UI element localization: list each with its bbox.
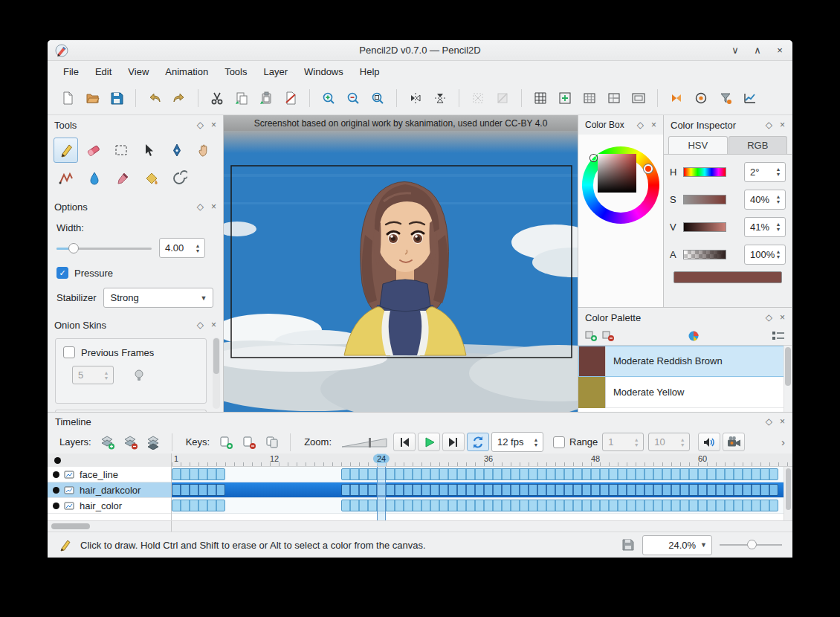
tab-rgb[interactable]: RGB	[728, 136, 788, 154]
skip-to-end-button[interactable]	[442, 433, 465, 451]
spin-arrows[interactable]: ▲▼	[632, 433, 641, 450]
float-panel-icon[interactable]: ◇	[766, 120, 772, 130]
stabilizer-dropdown[interactable]: Strong ▼	[103, 288, 213, 308]
scrollbar-thumb[interactable]	[213, 338, 219, 374]
canvas-zoom-slider[interactable]	[720, 537, 782, 552]
spin-arrows[interactable]: ▲▼	[193, 239, 202, 257]
onion-prev-button[interactable]	[690, 87, 712, 109]
pressure-checkbox[interactable]: ✓	[56, 267, 68, 279]
redo-button[interactable]	[168, 87, 190, 109]
scrollbar-thumb[interactable]	[786, 468, 791, 510]
spin-arrows[interactable]: ▲▼	[678, 433, 687, 450]
playhead[interactable]	[377, 467, 386, 520]
ruler-tick-1[interactable]: 1	[174, 454, 178, 463]
maximize-icon[interactable]: ∧	[752, 45, 763, 56]
previous-frames-spinbox[interactable]: 5 ▲▼	[72, 366, 114, 384]
canvas-zoom-dropdown[interactable]: 24.0% ▼	[642, 535, 712, 555]
h-gradient-slider[interactable]	[683, 167, 726, 177]
range-start-spinbox[interactable]: 1 ▲▼	[602, 433, 644, 451]
duplicate-keyframe-button[interactable]	[262, 433, 282, 451]
menu-windows[interactable]: Windows	[297, 64, 350, 80]
thirds-overlay-button[interactable]	[578, 87, 601, 109]
play-button[interactable]	[418, 433, 440, 451]
spin-arrows[interactable]: ▲▼	[774, 245, 783, 264]
hand-tool-button[interactable]	[193, 138, 217, 163]
close-panel-icon[interactable]: ×	[780, 120, 785, 130]
minimize-icon[interactable]: ∨	[730, 45, 740, 56]
ruler-tick-24[interactable]: 24	[373, 454, 390, 463]
fps-spinbox[interactable]: 12 fps ▲▼	[491, 432, 543, 452]
spin-arrows[interactable]: ▲▼	[774, 163, 783, 181]
flip-horizontal-button[interactable]	[404, 87, 427, 109]
track-face_line[interactable]	[172, 467, 792, 482]
previous-frames-checkbox[interactable]	[63, 346, 75, 358]
tab-hsv[interactable]: HSV	[668, 136, 728, 154]
inspector-a-spinbox[interactable]: 100%▲▼	[744, 245, 786, 265]
toolbar-overflow-icon[interactable]: ›	[781, 436, 786, 448]
keyframe-segment[interactable]	[341, 468, 778, 480]
palette-colors-icon[interactable]	[688, 330, 700, 342]
range-checkbox[interactable]	[553, 436, 565, 448]
frame-ruler[interactable]: 11224364860	[172, 453, 792, 467]
stats-overlay-button[interactable]	[739, 87, 761, 109]
remove-keyframe-button[interactable]	[239, 433, 259, 451]
brush-tool-button[interactable]	[82, 166, 107, 191]
float-panel-icon[interactable]: ◇	[197, 320, 204, 330]
zoom-slider-handle[interactable]	[747, 540, 757, 549]
titlebar[interactable]: Pencil2D v0.7.0 — Pencil2D ∨ ∧ ×	[48, 40, 792, 61]
flip-vertical-button[interactable]	[429, 87, 451, 109]
pencil-tool-button[interactable]	[54, 138, 78, 163]
palette-item[interactable]: Moderate Yellow	[578, 377, 792, 408]
width-spinbox[interactable]: 4.00 ▲▼	[159, 238, 205, 258]
ruler-tick-36[interactable]: 36	[484, 454, 493, 463]
zoom-in-button[interactable]	[317, 87, 340, 109]
delete-layer-button[interactable]	[120, 433, 141, 451]
sound-toggle-button[interactable]	[698, 433, 720, 451]
eyedropper-tool-button[interactable]	[110, 166, 135, 191]
float-panel-icon[interactable]: ◇	[766, 416, 772, 427]
ruler-tick-12[interactable]: 12	[270, 454, 279, 463]
scrollbar-thumb[interactable]	[51, 523, 90, 529]
spin-arrows[interactable]: ▲▼	[774, 218, 783, 236]
remove-swatch-icon[interactable]	[602, 330, 615, 342]
keyframe-segment[interactable]	[172, 468, 225, 480]
loop-button[interactable]	[467, 433, 489, 451]
smudge-tool-button[interactable]	[167, 166, 192, 191]
cut-button[interactable]	[206, 87, 228, 109]
move-tool-button[interactable]	[137, 138, 161, 163]
close-panel-icon[interactable]: ×	[651, 120, 656, 130]
menu-edit[interactable]: Edit	[88, 64, 118, 80]
close-panel-icon[interactable]: ×	[211, 320, 216, 330]
inspector-v-spinbox[interactable]: 41%▲▼	[744, 217, 786, 237]
menu-tools[interactable]: Tools	[218, 64, 253, 80]
open-file-button[interactable]	[81, 87, 103, 109]
save-status-icon[interactable]	[621, 538, 635, 552]
save-file-button[interactable]	[106, 87, 128, 109]
menu-help[interactable]: Help	[353, 64, 387, 80]
delete-button[interactable]	[280, 87, 302, 109]
grid-toggle-button[interactable]	[529, 87, 552, 109]
drawing-canvas[interactable]	[224, 131, 578, 412]
add-layer-button[interactable]	[97, 433, 118, 451]
hue-marker[interactable]	[644, 164, 653, 173]
zoom-out-button[interactable]	[342, 87, 364, 109]
copy-button[interactable]	[230, 87, 253, 109]
skip-to-start-button[interactable]	[393, 433, 416, 451]
close-panel-icon[interactable]: ×	[211, 120, 216, 130]
s-gradient-slider[interactable]	[683, 195, 726, 204]
layer-row-hair_darkcolor[interactable]: hair_darkcolor	[48, 482, 171, 498]
menu-animation[interactable]: Animation	[158, 64, 215, 80]
layer-row-face_line[interactable]: face_line	[48, 467, 171, 482]
track-hair_darkcolor[interactable]	[172, 482, 792, 498]
polyline-tool-button[interactable]	[54, 166, 79, 191]
duplicate-layer-button[interactable]	[143, 433, 164, 451]
layer-visibility-dot[interactable]	[54, 457, 61, 464]
saturation-value-square[interactable]	[598, 154, 636, 193]
onion-next-button[interactable]	[714, 87, 737, 109]
close-panel-icon[interactable]: ×	[780, 416, 785, 427]
palette-scrollbar[interactable]	[784, 346, 792, 412]
spin-arrows[interactable]: ▲▼	[102, 366, 111, 384]
palette-swatch[interactable]	[578, 377, 606, 408]
width-slider-handle[interactable]	[68, 243, 79, 253]
close-icon[interactable]: ×	[775, 45, 785, 56]
